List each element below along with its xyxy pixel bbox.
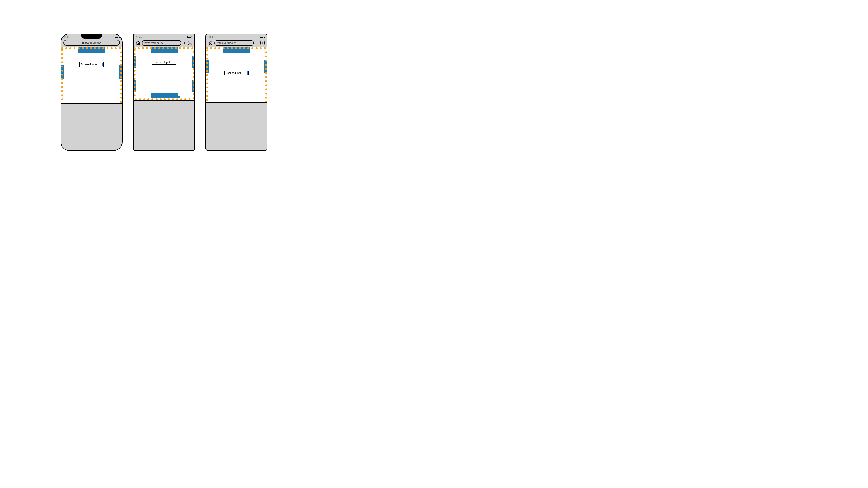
visual-viewport [206,47,267,102]
browser-toolbar: https://bram.us/ [61,39,122,48]
virtual-keyboard[interactable] [134,100,194,150]
text-caret [175,61,175,64]
focused-input-wrapper [80,62,104,67]
focused-input[interactable] [152,60,176,65]
focused-input[interactable] [80,62,104,67]
status-time: 11:45 [136,36,142,38]
home-icon[interactable] [136,40,141,45]
virtual-keyboard[interactable] [206,102,267,150]
text-caret [247,71,248,75]
visual-viewport [61,47,122,103]
focused-input-wrapper [224,71,249,75]
notch [81,34,102,39]
new-tab-icon[interactable]: + [255,40,259,46]
battery-icon [187,36,192,38]
browser-toolbar: https://bram.us/+5 [134,39,194,48]
url-text: https://bram.us/ [217,41,236,44]
device-safari-ios: 11:45https://bram.us/ [61,34,123,151]
visual-viewport [134,47,194,100]
browser-toolbar: https://bram.us/+5 [206,39,267,48]
device-browser-a: 11:45https://bram.us/+5 [133,34,195,151]
battery-icon [115,36,119,38]
status-time: 11:45 [209,36,214,38]
new-tab-icon[interactable]: + [183,40,187,46]
virtual-keyboard[interactable] [61,103,122,150]
url-text: https://bram.us/ [145,41,163,44]
status-bar: 11:45 [206,34,267,39]
status-bar: 11:45 [134,34,194,39]
text-caret [102,63,103,66]
device-browser-b: 11:45https://bram.us/+5 [206,34,268,151]
tab-count-button[interactable]: 5 [260,41,265,45]
home-icon[interactable] [208,40,213,45]
url-bar[interactable]: https://bram.us/ [63,40,120,45]
status-time: 11:45 [64,36,69,38]
url-bar[interactable]: https://bram.us/ [142,40,181,46]
focused-input-wrapper [152,60,176,65]
focused-input[interactable] [224,71,249,75]
url-text: https://bram.us/ [82,41,101,44]
tab-count-button[interactable]: 5 [188,41,192,45]
battery-icon [260,36,264,38]
url-bar[interactable]: https://bram.us/ [214,40,254,46]
